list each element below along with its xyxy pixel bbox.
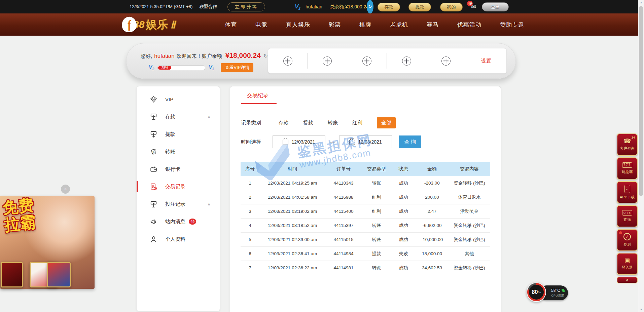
sidebar-item-bank-card[interactable]: 银行卡	[137, 160, 220, 178]
cpu-usage-value: 80	[532, 289, 538, 295]
nav-item-lottery[interactable]: 彩票	[329, 21, 341, 29]
cpu-usage-gauge: 80 %	[527, 282, 546, 302]
sidebar-label: 交易记录	[165, 184, 185, 190]
float-label: 客户咨询	[620, 146, 635, 151]
quick-add-slot[interactable]	[387, 48, 426, 73]
unread-count-badge: 49	[189, 219, 196, 225]
welcome-username: hufatian	[154, 53, 175, 60]
sidebar-item-deposit[interactable]: 存款	[137, 108, 220, 125]
logout-button[interactable]: 登出	[482, 2, 509, 11]
filter-transfer[interactable]: 转账	[328, 120, 338, 126]
sidebar-item-transaction-records[interactable]: 交易记录	[137, 178, 220, 195]
vip-next-badge: V3	[209, 64, 214, 71]
sidebar-label: 个人资料	[165, 236, 185, 242]
c ell-amount: 18,000.00	[416, 247, 449, 261]
deposit-icon	[149, 113, 158, 121]
slot-machine-icon: 777	[622, 162, 633, 168]
cell-no: 7	[241, 261, 259, 275]
nav-item-board-games[interactable]: 棋牌	[359, 21, 371, 29]
promo-close-button[interactable]: ×	[61, 185, 70, 194]
quick-add-slot[interactable]	[268, 48, 308, 73]
mine-button[interactable]: 我的	[440, 3, 463, 11]
nav-item-horse-racing[interactable]: 赛马	[427, 21, 439, 29]
date-to-input[interactable]: 12/03/2021	[339, 135, 392, 148]
float-label: 登入器	[621, 265, 633, 270]
cell-time: 12/03/2021 04:19:25 am	[259, 176, 325, 190]
filter-all-active[interactable]: 全部	[377, 117, 396, 128]
cell-content: 活动奖金	[449, 204, 490, 219]
sidebar-item-withdraw[interactable]: 提款	[137, 125, 220, 143]
cell-time: 12/03/2021 04:01:58 am	[259, 190, 325, 204]
logo-f: f	[126, 18, 132, 31]
live-stream-button[interactable]: LIVE 直播	[617, 205, 638, 227]
sidebar-item-site-messages[interactable]: 站内消息 49	[137, 213, 220, 230]
nav-item-sports[interactable]: 体育	[225, 21, 237, 29]
cell-content: 体育日返水	[449, 190, 490, 204]
promo-thumbnail[interactable]	[47, 262, 71, 287]
site-logo[interactable]: f 88 娱乐 Ⅱ	[122, 16, 175, 33]
collapse-floatbar-button[interactable]: ∧	[617, 277, 638, 283]
scroll-down-arrow[interactable]	[638, 308, 644, 311]
vip-level-icon: V2	[295, 0, 300, 13]
greeting-suffix: 欢迎回来！账户余额	[177, 53, 222, 60]
settings-link[interactable]: 设置	[466, 58, 506, 64]
check-in-button[interactable]: ✓ 签到	[617, 229, 638, 251]
plus-circle-icon	[362, 56, 371, 66]
sidebar-label: 转账	[165, 149, 175, 155]
cell-content: 资金转移 (沙巴)	[449, 233, 490, 247]
nav-item-esports[interactable]: 电竞	[255, 21, 267, 29]
quick-add-slot[interactable]	[347, 48, 387, 73]
date-from-value: 12/03/2021	[291, 139, 315, 145]
vip-detail-button[interactable]: 查看VIP详情	[221, 63, 253, 72]
customer-service-button[interactable]: ☎24 客户咨询	[617, 133, 638, 156]
filter-withdraw[interactable]: 提款	[303, 120, 313, 126]
scroll-up-arrow[interactable]	[638, 1, 644, 4]
nav-item-slots[interactable]: 老虎机	[390, 21, 408, 29]
launcher-button[interactable]: ▣ 登入器	[617, 253, 638, 275]
withdraw-button[interactable]: 提款	[408, 3, 431, 11]
filter-deposit[interactable]: 存款	[279, 120, 289, 126]
scrollbar-thumb[interactable]	[639, 6, 643, 196]
cell-time: 12/03/2021 03:18:52 am	[259, 219, 325, 233]
sidebar-label: 存款	[165, 114, 175, 120]
slot-machine-button[interactable]: 777 玩拉霸	[617, 157, 638, 180]
nav-item-live-casino[interactable]: 真人娱乐	[286, 21, 310, 29]
alliance-link[interactable]: 联盟合作	[200, 0, 217, 13]
sidebar-item-betting-records[interactable]: 投注记录	[137, 195, 220, 213]
account-balance: ¥18,000.24	[225, 51, 261, 60]
chevron-up-icon[interactable]	[208, 115, 210, 119]
tab-transaction-records[interactable]: 交易纪录	[247, 92, 269, 99]
cell-no: 2	[241, 190, 259, 204]
table-header-row: 序号 时间 订单号 交易类型 状态 金额 交易内容	[241, 162, 490, 176]
transaction-panel: 交易纪录 记录类别 存款 提款 转账 红利 全部 时间选择 12/03/2021…	[230, 86, 501, 312]
mobile-phone-icon: ∷	[624, 185, 630, 193]
sidebar-item-transfer[interactable]: $ 转账	[137, 143, 220, 160]
date-to-value: 12/03/2021	[358, 139, 382, 145]
deposit-button[interactable]: 存款	[378, 3, 400, 11]
upgrade-button[interactable]: 立即升等	[227, 2, 265, 11]
vip-number: 2	[298, 7, 300, 10]
launcher-icon: ▣	[624, 258, 630, 263]
cell-status: 成功	[391, 261, 416, 275]
nav-item-promotions[interactable]: 优惠活动	[457, 21, 481, 29]
transactions-table: 序号 时间 订单号 交易类型 状态 金额 交易内容 1 12/03/2021 0…	[241, 162, 490, 275]
date-from-input[interactable]: 12/03/2021	[273, 135, 325, 148]
refresh-balance-icon[interactable]	[263, 53, 268, 59]
topbar-username: hufatian	[306, 0, 322, 13]
chevron-up-icon[interactable]	[208, 202, 210, 206]
promo-thumbnail[interactable]	[1, 262, 23, 287]
app-download-button[interactable]: ∷ APP下载	[617, 181, 638, 203]
search-button[interactable]: 查 询	[399, 135, 421, 148]
refresh-balance-icon[interactable]	[367, 0, 373, 13]
nav-item-sponsorship[interactable]: 赞助专题	[500, 21, 524, 29]
promo-ribbon-text: 免费 拉霸	[2, 196, 37, 234]
sidebar-item-vip[interactable]: VIP	[137, 90, 220, 108]
sidebar-item-profile[interactable]: 个人资料	[137, 230, 220, 248]
quick-add-slot[interactable]	[308, 48, 347, 73]
cell-order: 44118343	[325, 176, 362, 190]
filter-bonus[interactable]: 红利	[352, 120, 362, 126]
profile-icon	[149, 235, 158, 243]
quick-add-slot[interactable]	[426, 48, 466, 73]
cell-content: 资金转移 (沙巴)	[449, 261, 490, 275]
cell-order: 44114981	[325, 261, 362, 275]
